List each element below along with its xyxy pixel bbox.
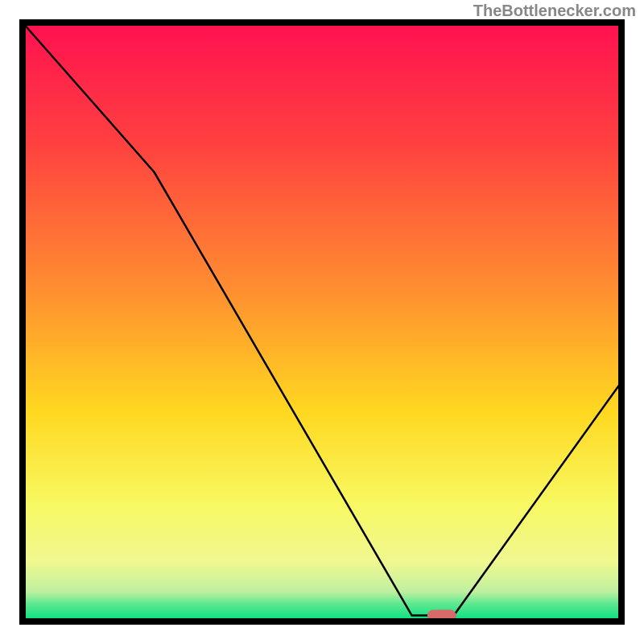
chart-background bbox=[23, 23, 621, 621]
chart-container: TheBottlenecker.com bbox=[0, 0, 644, 644]
watermark-text: TheBottlenecker.com bbox=[473, 2, 636, 20]
chart-svg bbox=[0, 0, 644, 644]
